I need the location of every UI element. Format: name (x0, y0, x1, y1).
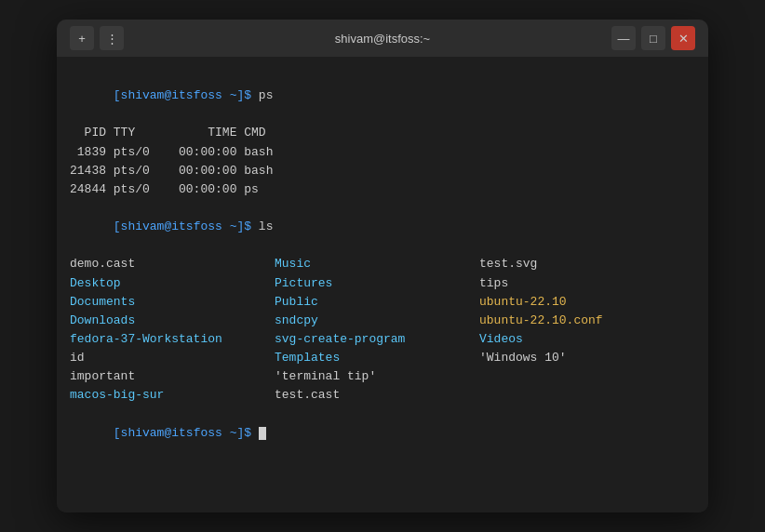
list-item: Music (275, 255, 479, 273)
terminal-window: + ⋮ shivam@itsfoss:~ — □ ✕ [shivam@itsfo… (57, 20, 708, 512)
cursor (259, 427, 266, 440)
maximize-button[interactable]: □ (641, 26, 665, 50)
list-item: 'terminal tip' (275, 367, 479, 386)
list-item: Documents (70, 293, 275, 312)
list-item: important (70, 367, 275, 386)
ls-col2: MusicPicturesPublicsndcpysvg-create-prog… (275, 255, 479, 405)
list-item: Videos (479, 330, 684, 349)
menu-button[interactable]: ⋮ (100, 26, 124, 50)
list-item: id (70, 349, 275, 367)
ls-command-line: [shivam@itsfoss ~]$ ls (70, 199, 695, 255)
ps-row-2: 21438 pts/0 00:00:00 bash (70, 162, 695, 180)
list-item: ubuntu-22.10.conf (479, 312, 684, 330)
list-item: Pictures (275, 274, 479, 293)
list-item: 'Windows 10' (479, 349, 684, 367)
prompt-3: [shivam@itsfoss ~]$ (114, 426, 259, 440)
list-item: Desktop (70, 274, 275, 293)
ps-row-3: 24844 pts/0 00:00:00 ps (70, 180, 695, 199)
ps-row-1: 1839 pts/0 00:00:00 bash (70, 143, 695, 162)
list-item: test.cast (275, 386, 479, 405)
list-item: Downloads (70, 312, 275, 330)
final-prompt-line: [shivam@itsfoss ~]$ (70, 406, 695, 461)
list-item: sndcpy (275, 312, 479, 330)
list-item: Public (275, 293, 479, 312)
list-item: test.svg (479, 255, 684, 273)
ls-output: demo.castDesktopDocumentsDownloadsfedora… (70, 255, 695, 405)
list-item: demo.cast (70, 255, 275, 273)
close-button[interactable]: ✕ (671, 26, 695, 50)
add-tab-button[interactable]: + (70, 26, 94, 50)
ls-col3: test.svgtipsubuntu-22.10ubuntu-22.10.con… (479, 255, 684, 405)
ls-col1: demo.castDesktopDocumentsDownloadsfedora… (70, 255, 275, 405)
prompt-1: [shivam@itsfoss ~]$ (114, 88, 259, 102)
title-bar: + ⋮ shivam@itsfoss:~ — □ ✕ (57, 20, 708, 57)
list-item: ubuntu-22.10 (479, 293, 684, 312)
ps-command-line: [shivam@itsfoss ~]$ ps (70, 68, 695, 124)
terminal-body[interactable]: [shivam@itsfoss ~]$ ps PID TTY TIME CMD … (57, 57, 708, 512)
minimize-button[interactable]: — (611, 26, 636, 50)
list-item: macos-big-sur (70, 386, 275, 405)
prompt-2: [shivam@itsfoss ~]$ (114, 219, 259, 233)
window-title: shivam@itsfoss:~ (278, 32, 487, 46)
list-item: fedora-37-Workstation (70, 330, 275, 349)
ps-header: PID TTY TIME CMD (70, 124, 695, 142)
list-item: tips (479, 274, 684, 293)
list-item: svg-create-program (275, 330, 479, 349)
list-item: Templates (275, 349, 479, 367)
